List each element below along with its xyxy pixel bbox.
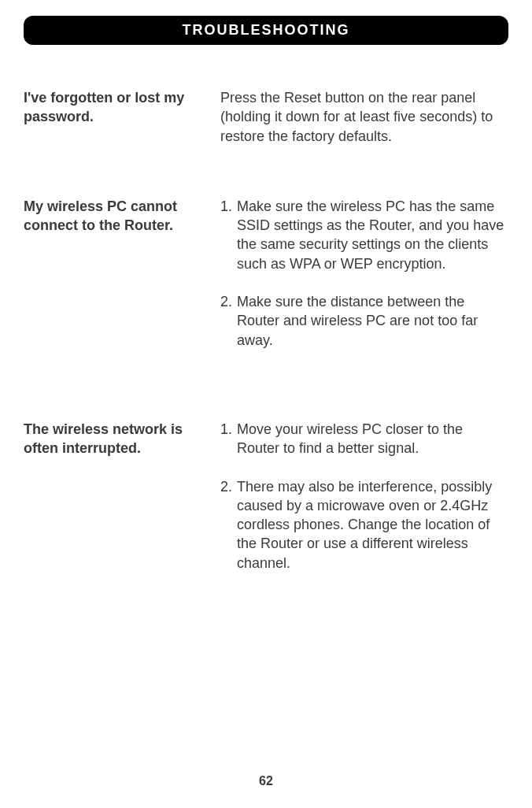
step-number: 1. xyxy=(220,420,232,458)
problem-label: The wireless network is often interrupte… xyxy=(24,420,220,591)
answer-steps: 1. Make sure the wireless PC has the sam… xyxy=(220,197,508,369)
page-header: TROUBLESHOOTING xyxy=(24,16,508,45)
step-text: There may also be interference, possibly… xyxy=(237,477,508,573)
troubleshoot-row: My wireless PC cannot connect to the Rou… xyxy=(24,197,508,369)
problem-label: I've forgotten or lost my password. xyxy=(24,88,220,146)
problem-label: My wireless PC cannot connect to the Rou… xyxy=(24,197,220,369)
step-text: Make sure the distance between the Route… xyxy=(237,292,508,350)
answer-text: Press the Reset button on the rear panel… xyxy=(220,88,508,146)
step-item: 1. Move your wireless PC closer to the R… xyxy=(220,420,508,458)
step-number: 1. xyxy=(220,197,232,273)
step-text: Make sure the wireless PC has the same S… xyxy=(237,197,508,273)
step-number: 2. xyxy=(220,477,232,573)
troubleshoot-row: The wireless network is often interrupte… xyxy=(24,420,508,591)
step-item: 2. There may also be interference, possi… xyxy=(220,477,508,573)
step-item: 1. Make sure the wireless PC has the sam… xyxy=(220,197,508,273)
troubleshoot-row: I've forgotten or lost my password. Pres… xyxy=(24,88,508,146)
step-item: 2. Make sure the distance between the Ro… xyxy=(220,292,508,350)
page-number: 62 xyxy=(0,774,532,788)
step-text: Move your wireless PC closer to the Rout… xyxy=(237,420,508,458)
answer-steps: 1. Move your wireless PC closer to the R… xyxy=(220,420,508,591)
step-number: 2. xyxy=(220,292,232,350)
